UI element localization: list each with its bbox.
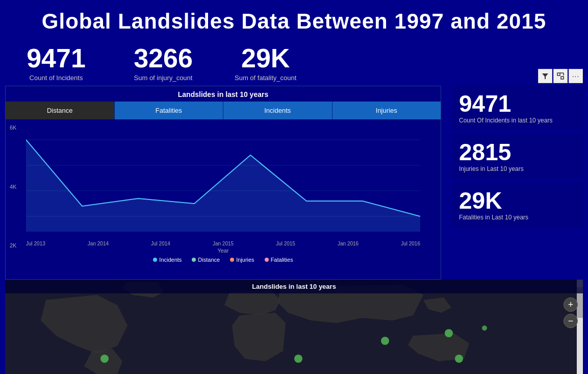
page-header: Global Landslides Data Between 1997 and …	[0, 0, 588, 40]
map-controls: + −	[564, 297, 578, 328]
x-axis-year-label: Year	[26, 247, 420, 254]
svg-marker-5	[542, 73, 548, 79]
right-stat-incidents-value: 9471	[459, 92, 575, 115]
tab-fatalities[interactable]: Fatalities	[115, 102, 224, 119]
legend-dot-incidents	[153, 258, 157, 262]
expand-icon	[557, 72, 564, 80]
stat-incidents-value: 9471	[20, 44, 92, 73]
chart-title: Landslides in last 10 years	[6, 86, 441, 102]
stat-injuries: 3266 Sum of injury_count	[112, 44, 214, 82]
y-label-2k: 2K	[10, 242, 16, 248]
tab-distance[interactable]: Distance	[6, 102, 115, 119]
expand-button[interactable]	[553, 69, 568, 83]
chart-legend: Incidents Distance Injuries Fatalities	[26, 254, 420, 267]
svg-point-11	[100, 355, 109, 363]
right-stat-incidents: 9471 Count Of Incidents in last 10 years	[451, 86, 583, 130]
svg-rect-7	[561, 77, 564, 79]
page-title: Global Landslides Data Between 1997 and …	[10, 9, 578, 34]
right-stat-injuries-label: Injuries in Last 10 years	[459, 165, 575, 172]
svg-point-16	[482, 326, 487, 331]
svg-rect-6	[557, 73, 560, 76]
legend-label-distance: Distance	[198, 257, 220, 263]
legend-incidents: Incidents	[153, 257, 182, 263]
svg-point-12	[294, 355, 302, 363]
svg-point-14	[445, 329, 453, 337]
legend-label-incidents: Incidents	[159, 257, 182, 263]
svg-point-15	[455, 355, 463, 363]
filter-button[interactable]	[538, 69, 552, 83]
x-label-jul2014: Jul 2014	[151, 241, 170, 246]
filter-icon	[542, 72, 549, 80]
stat-fatalities-value: 29K	[235, 44, 296, 73]
map-title: Landslides in last 10 years	[5, 280, 583, 293]
stat-incidents-label: Count of Incidents	[20, 74, 92, 82]
chart-area: 6K 4K 2K Jul 2013 Jan 20	[6, 119, 441, 279]
main-content: Landslides in last 10 years Distance Fat…	[0, 86, 588, 280]
svg-point-13	[381, 337, 389, 345]
x-axis-labels: Jul 2013 Jan 2014 Jul 2014 Jan 2015 Jul …	[26, 239, 420, 246]
y-label-4k: 4K	[10, 184, 16, 190]
right-stat-injuries-value: 2815	[459, 140, 575, 164]
more-options-button[interactable]: ···	[569, 69, 583, 83]
line-chart	[26, 124, 420, 237]
stat-incidents: 9471 Count of Incidents	[10, 44, 112, 82]
right-panel: 9471 Count Of Incidents in last 10 years…	[446, 86, 583, 280]
right-stat-injuries: 2815 Injuries in Last 10 years	[451, 134, 583, 179]
x-label-jul2015: Jul 2015	[276, 241, 295, 246]
top-stats-row: 9471 Count of Incidents 3266 Sum of inju…	[0, 40, 588, 86]
tab-injuries[interactable]: Injuries	[333, 102, 441, 119]
legend-label-injuries: Injuries	[236, 257, 254, 263]
zoom-out-button[interactable]: −	[564, 314, 578, 328]
stat-fatalities: 29K Sum of fatality_count	[214, 44, 317, 82]
stat-fatalities-label: Sum of fatality_count	[235, 74, 296, 82]
y-axis-labels: 6K 4K 2K	[10, 124, 16, 248]
right-stat-fatalities-value: 29K	[459, 189, 575, 212]
map-panel: Landslides in last 10 years + −	[5, 280, 583, 374]
tab-incidents[interactable]: Incidents	[223, 102, 333, 119]
zoom-in-button[interactable]: +	[564, 297, 578, 312]
x-label-jan2014: Jan 2014	[88, 241, 109, 246]
legend-label-fatalities: Fatalities	[271, 257, 293, 263]
world-map	[5, 280, 583, 374]
right-stat-incidents-label: Count Of Incidents in last 10 years	[459, 117, 575, 124]
right-stat-fatalities-label: Fatalities in Last 10 years	[459, 214, 575, 221]
svg-marker-4	[26, 140, 420, 232]
legend-injuries: Injuries	[230, 257, 254, 263]
chart-toolbar: ···	[538, 69, 583, 83]
stat-injuries-value: 3266	[133, 44, 194, 73]
legend-dot-distance	[192, 258, 196, 262]
x-label-jan2015: Jan 2015	[213, 241, 234, 246]
stat-injuries-label: Sum of injury_count	[133, 74, 194, 82]
chart-tabs: Distance Fatalities Incidents Injuries	[6, 102, 441, 119]
right-stat-fatalities: 29K Fatalities in Last 10 years	[451, 183, 583, 227]
y-label-6k: 6K	[10, 124, 16, 131]
legend-distance: Distance	[192, 257, 220, 263]
x-label-jul2013: Jul 2013	[26, 241, 45, 246]
legend-dot-injuries	[230, 258, 234, 262]
legend-fatalities: Fatalities	[265, 257, 293, 263]
legend-dot-fatalities	[265, 258, 269, 262]
x-label-jan2016: Jan 2016	[338, 241, 359, 246]
more-options-icon: ···	[572, 72, 580, 80]
x-label-jul2016: Jul 2016	[401, 241, 420, 246]
chart-panel: Landslides in last 10 years Distance Fat…	[5, 86, 441, 280]
